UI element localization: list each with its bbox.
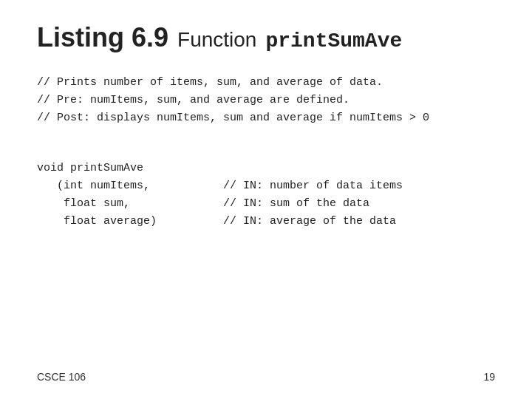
page-number: 19: [483, 371, 495, 383]
slide: Listing 6.9 Function printSumAve // Prin…: [0, 0, 532, 399]
listing-title: Listing 6.9: [37, 22, 168, 53]
code-line-4: float average) // IN: average of the dat…: [37, 213, 495, 231]
spacer: [37, 145, 495, 160]
comment-line-2: // Pre: numItems, sum, and average are d…: [37, 92, 495, 109]
code-line-3: float sum, // IN: sum of the data: [37, 195, 495, 213]
code-line-2: (int numItems, // IN: number of data ite…: [37, 177, 495, 195]
slide-footer: CSCE 106 19: [37, 371, 495, 383]
code-line-1: void printSumAve: [37, 160, 495, 177]
slide-header: Listing 6.9 Function printSumAve: [37, 22, 495, 53]
course-label: CSCE 106: [37, 371, 86, 383]
function-label: Function: [177, 28, 256, 52]
function-block: void printSumAve (int numItems, // IN: n…: [37, 160, 495, 231]
comment-line-3: // Post: displays numItems, sum and aver…: [37, 109, 495, 127]
comment-line-1: // Prints number of items, sum, and aver…: [37, 74, 495, 92]
function-name: printSumAve: [265, 30, 402, 52]
comment-block: // Prints number of items, sum, and aver…: [37, 74, 495, 127]
